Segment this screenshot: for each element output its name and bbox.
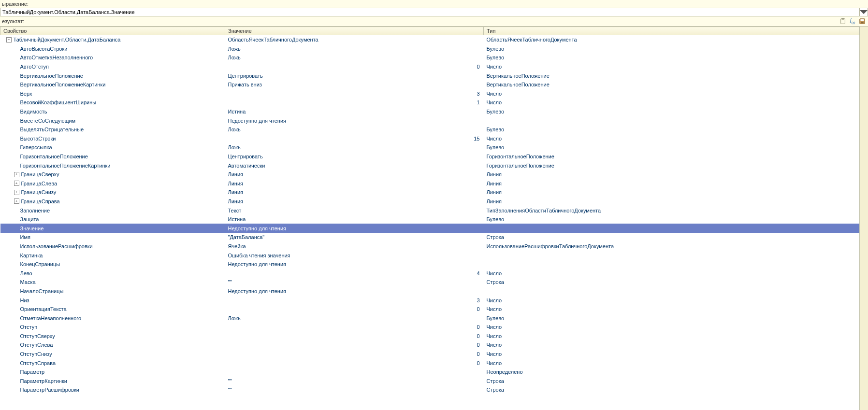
property-row[interactable]: ГоризонтальноеПоложениеЦентрироватьГориз… — [0, 152, 859, 161]
property-row[interactable]: +ГраницаСлеваЛинияЛиния — [0, 179, 859, 188]
property-row[interactable]: АвтоОтступ0Число — [0, 62, 859, 71]
column-header-type[interactable]: Тип — [484, 27, 859, 35]
property-type: Булево — [484, 215, 859, 224]
property-row[interactable]: ЗаполнениеТекстТипЗаполненияОбластиТабли… — [0, 206, 859, 215]
property-row[interactable]: ВертикальноеПоложениеЦентрироватьВертика… — [0, 71, 859, 80]
property-row[interactable]: ВертикальноеПоложениеКартинкиПрижать вни… — [0, 80, 859, 89]
property-value: Ячейка — [225, 242, 484, 251]
save-icon — [859, 18, 866, 25]
save-button[interactable] — [858, 17, 866, 25]
property-type: Число — [484, 98, 859, 107]
property-value: "" — [225, 278, 484, 287]
property-row[interactable]: Низ3Число — [0, 296, 859, 305]
property-row[interactable]: +ГраницаСнизуЛинияЛиния — [0, 188, 859, 197]
property-row[interactable]: +ГраницаСправаЛинияЛиния — [0, 197, 859, 206]
column-header-property[interactable]: Свойство — [0, 27, 225, 35]
property-value: Линия — [225, 170, 484, 179]
property-row[interactable]: НачалоСтраницыНедоступно для чтения — [0, 287, 859, 296]
property-value: "" — [225, 377, 484, 386]
property-name: Имя — [20, 234, 30, 240]
toggle-placeholder — [14, 253, 18, 257]
expand-toggle[interactable]: + — [14, 198, 19, 204]
property-name: ОтступСправа — [20, 360, 56, 366]
property-row[interactable]: ПараметрНеопределено — [0, 368, 859, 377]
column-header-value[interactable]: Значение — [225, 27, 484, 35]
property-row[interactable]: ИспользованиеРасшифровкиЯчейкаИспользова… — [0, 242, 859, 251]
expand-toggle[interactable]: + — [14, 172, 19, 177]
property-type: ВертикальноеПоложение — [484, 80, 859, 89]
property-row[interactable]: ОтступСправа0Число — [0, 358, 859, 368]
toggle-placeholder — [14, 46, 18, 51]
svg-rect-4 — [861, 22, 863, 24]
property-row[interactable]: Имя"ДатаБаланса"Строка — [0, 233, 859, 242]
property-type — [484, 116, 859, 125]
property-type: Число — [484, 332, 859, 341]
property-row[interactable]: ЗначениеНедоступно для чтения — [0, 224, 859, 233]
property-row[interactable]: ГоризонтальноеПоложениеКартинкиАвтоматич… — [0, 161, 859, 170]
property-value: 0 — [225, 323, 484, 332]
expression-input[interactable] — [0, 8, 859, 16]
expand-toggle[interactable]: + — [14, 181, 19, 186]
toggle-placeholder — [14, 226, 18, 230]
collapse-toggle[interactable]: − — [6, 37, 12, 42]
vertical-scrollbar[interactable] — [859, 27, 868, 410]
property-row[interactable]: ВесовойКоэффициентШирины1Число — [0, 98, 859, 107]
property-row[interactable]: КартинкаОшибка чтения значения — [0, 251, 859, 260]
property-row[interactable]: ВысотаСтроки15Число — [0, 134, 859, 143]
property-row[interactable]: ОтступСнизу0Число — [0, 350, 859, 359]
property-row[interactable]: +ГраницаСверхуЛинияЛиния — [0, 170, 859, 179]
property-type: Булево — [484, 313, 859, 323]
property-row[interactable]: −ТабличныйДокумент.Области.ДатаБалансаОб… — [0, 35, 859, 44]
property-row[interactable]: КонецСтраницыНедоступно для чтения — [0, 260, 859, 269]
property-value: Автоматически — [225, 161, 484, 170]
property-row[interactable]: Отступ0Число — [0, 323, 859, 332]
toggle-placeholder — [14, 208, 18, 212]
property-row[interactable]: ВыделятьОтрицательныеЛожьБулево — [0, 125, 859, 134]
clipboard-button[interactable] — [839, 17, 847, 25]
property-name: Картинка — [20, 253, 43, 258]
property-row[interactable]: АвтоОтметкаНезаполненногоЛожьБулево — [0, 53, 859, 62]
toggle-placeholder — [14, 155, 18, 159]
property-name: ОтступСверху — [20, 333, 55, 339]
property-name: Низ — [20, 297, 29, 303]
property-type: Число — [484, 62, 859, 71]
property-row[interactable]: ПараметрРасшифровки""Строка — [0, 385, 859, 395]
property-row[interactable]: ВидимостьИстинаБулево — [0, 107, 859, 116]
property-row[interactable]: ГиперссылкаЛожьБулево — [0, 143, 859, 152]
property-row[interactable]: ОтметкаНезаполненногоЛожьБулево — [0, 313, 859, 323]
property-value: Ложь — [225, 53, 484, 62]
property-row[interactable]: ОтступСверху0Число — [0, 332, 859, 341]
toggle-placeholder — [14, 271, 18, 275]
property-row[interactable]: Лево4Число — [0, 269, 859, 278]
property-value: Истина — [225, 215, 484, 224]
expression-dropdown-button[interactable] — [859, 8, 868, 16]
svg-rect-1 — [841, 18, 844, 20]
toggle-placeholder — [14, 334, 18, 338]
property-row[interactable]: Маска""Строка — [0, 278, 859, 287]
fx-button[interactable]: f(x) — [849, 17, 856, 25]
property-type: Строка — [484, 377, 859, 386]
property-name: Параметр — [20, 369, 45, 375]
property-value: Недоступно для чтения — [225, 260, 484, 269]
toggle-placeholder — [14, 127, 18, 132]
property-name: Заполнение — [20, 208, 50, 213]
property-row[interactable]: ВместеСоСледующимНедоступно для чтения — [0, 116, 859, 125]
property-row[interactable]: ОтступСлева0Число — [0, 340, 859, 350]
toggle-placeholder — [14, 262, 18, 267]
toggle-placeholder — [14, 217, 18, 222]
property-name: ИспользованиеРасшифровки — [20, 243, 93, 249]
property-name: Верх — [20, 91, 32, 97]
property-row[interactable]: ЗащитаИстинаБулево — [0, 215, 859, 224]
property-type: Строка — [484, 233, 859, 242]
properties-grid[interactable]: Свойство Значение Тип −ТабличныйДокумент… — [0, 27, 859, 410]
property-row[interactable]: АвтоВысотаСтрокиЛожьБулево — [0, 44, 859, 54]
expand-toggle[interactable]: + — [14, 190, 19, 195]
property-row[interactable]: ОриентацияТекста0Число — [0, 305, 859, 314]
property-name: ГраницаСверху — [21, 171, 59, 177]
property-type: ОбластьЯчеекТабличногоДокумента — [484, 35, 859, 44]
property-row[interactable]: Верх3Число — [0, 89, 859, 99]
property-row[interactable]: ПараметрКартинки""Строка — [0, 377, 859, 386]
property-type: Булево — [484, 44, 859, 54]
property-name: ГраницаСправа — [21, 198, 60, 204]
property-value: Ложь — [225, 143, 484, 152]
